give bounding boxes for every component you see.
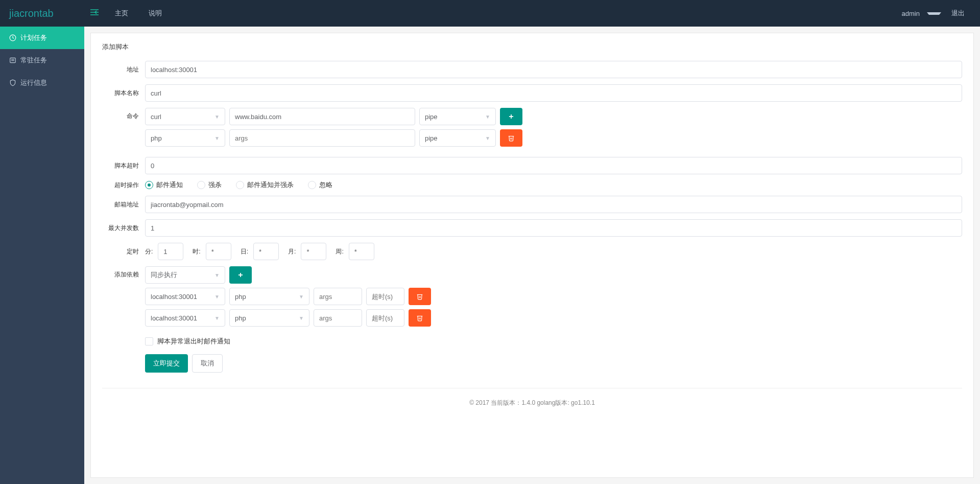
list-icon (9, 57, 16, 64)
delete-dependency-button[interactable] (409, 288, 431, 305)
logout-link[interactable]: 退出 (946, 9, 970, 18)
cron-day-label: 日: (241, 247, 248, 256)
label-dependency: 添加依赖 (102, 266, 145, 279)
address-input[interactable] (145, 61, 962, 78)
radio-mail-kill[interactable]: 邮件通知并强杀 (236, 180, 294, 190)
sidebar-item-resident[interactable]: 常驻任务 (0, 49, 84, 72)
command-pipe-select[interactable]: pipe▼ (419, 108, 496, 125)
label-timeout: 脚本超时 (102, 162, 145, 170)
sidebar-item-runtime[interactable]: 运行信息 (0, 72, 84, 94)
radio-ignore[interactable]: 忽略 (308, 180, 332, 190)
dep-args-input[interactable] (314, 309, 362, 327)
header: jiacrontab 主页 说明 admin 退出 (0, 0, 980, 27)
command-args-input[interactable] (229, 108, 415, 125)
email-input[interactable] (145, 196, 962, 213)
header-right: admin 退出 (892, 9, 980, 18)
command-runner-select[interactable]: curl▼ (145, 108, 225, 125)
cron-week-input[interactable] (349, 243, 374, 260)
nav-home[interactable]: 主页 (105, 0, 138, 27)
dep-timeout-input[interactable] (366, 288, 404, 305)
label-script-name: 脚本名称 (102, 89, 145, 98)
trash-icon (416, 314, 423, 321)
dep-runner-select[interactable]: php▼ (229, 288, 309, 305)
sidebar-item-label: 运行信息 (20, 78, 47, 87)
cron-hour-input[interactable] (206, 243, 231, 260)
chevron-down-icon: ▼ (214, 315, 220, 321)
cancel-button[interactable]: 取消 (192, 354, 223, 373)
delete-dependency-button[interactable] (409, 309, 431, 327)
panel-title: 添加脚本 (102, 42, 962, 52)
radio-mail-notify[interactable]: 邮件通知 (145, 180, 183, 190)
chevron-down-icon: ▼ (299, 294, 304, 299)
chevron-down-icon: ▼ (214, 272, 220, 278)
chevron-down-icon: ▼ (214, 294, 220, 299)
main-panel: 添加脚本 地址 脚本名称 命令 curl▼ pipe▼ (90, 33, 974, 478)
delete-command-button[interactable] (500, 129, 522, 147)
command-pipe-select[interactable]: pipe▼ (419, 129, 496, 147)
sidebar-item-scheduled[interactable]: 计划任务 (0, 27, 84, 49)
cron-month-input[interactable] (301, 243, 326, 260)
trash-icon (416, 293, 423, 300)
label-email: 邮箱地址 (102, 200, 145, 209)
timeout-input[interactable] (145, 157, 962, 174)
add-command-button[interactable] (500, 108, 522, 125)
logo[interactable]: jiacrontab (0, 8, 84, 19)
cron-hour-label: 时: (193, 247, 200, 256)
chevron-down-icon: ▼ (214, 135, 220, 141)
cron-min-label: 分: (145, 247, 153, 256)
sidebar: 计划任务 常驻任务 运行信息 (0, 27, 84, 484)
label-address: 地址 (102, 65, 145, 74)
sidebar-item-label: 计划任务 (20, 33, 47, 42)
submit-button[interactable]: 立即提交 (145, 354, 188, 373)
clock-icon (9, 34, 16, 41)
max-concurrent-input[interactable] (145, 219, 962, 237)
trash-icon (508, 134, 515, 142)
chevron-down-icon: ▼ (485, 114, 490, 120)
command-args-input[interactable] (229, 129, 415, 147)
cron-week-label: 周: (336, 247, 343, 256)
nav-about[interactable]: 说明 (138, 0, 172, 27)
chevron-down-icon: ▼ (299, 315, 304, 321)
label-timeout-action: 超时操作 (102, 181, 145, 190)
caret-down-icon (927, 12, 941, 15)
label-command: 命令 (102, 108, 145, 121)
add-dependency-button[interactable] (229, 266, 252, 284)
dep-args-input[interactable] (314, 288, 362, 305)
sidebar-item-label: 常驻任务 (20, 56, 47, 65)
nav-links: 主页 说明 (105, 0, 172, 27)
dep-timeout-input[interactable] (366, 309, 404, 327)
user-menu[interactable]: admin (892, 10, 946, 17)
script-name-input[interactable] (145, 84, 962, 102)
dep-runner-select[interactable]: php▼ (229, 309, 309, 327)
dep-addr-select[interactable]: localhost:30001▼ (145, 288, 225, 305)
cron-day-input[interactable] (253, 243, 279, 260)
label-max-concurrent: 最大并发数 (102, 224, 145, 233)
shield-icon (9, 79, 16, 86)
sidebar-toggle-icon[interactable] (84, 9, 105, 18)
footer: © 2017 当前版本：1.4.0 golang版本: go1.10.1 (102, 388, 962, 418)
cron-month-label: 月: (288, 247, 296, 256)
radio-kill[interactable]: 强杀 (197, 180, 222, 190)
label-cron: 定时 (102, 247, 145, 256)
command-runner-select[interactable]: php▼ (145, 129, 225, 147)
chevron-down-icon: ▼ (485, 135, 490, 141)
cron-min-input[interactable] (158, 243, 183, 260)
chevron-down-icon: ▼ (214, 114, 220, 120)
plus-icon (237, 271, 244, 279)
notify-on-error-checkbox[interactable]: 脚本异常退出时邮件通知 (145, 337, 230, 346)
dep-addr-select[interactable]: localhost:30001▼ (145, 309, 225, 327)
dependency-mode-select[interactable]: 同步执行▼ (145, 266, 225, 284)
plus-icon (508, 113, 515, 120)
